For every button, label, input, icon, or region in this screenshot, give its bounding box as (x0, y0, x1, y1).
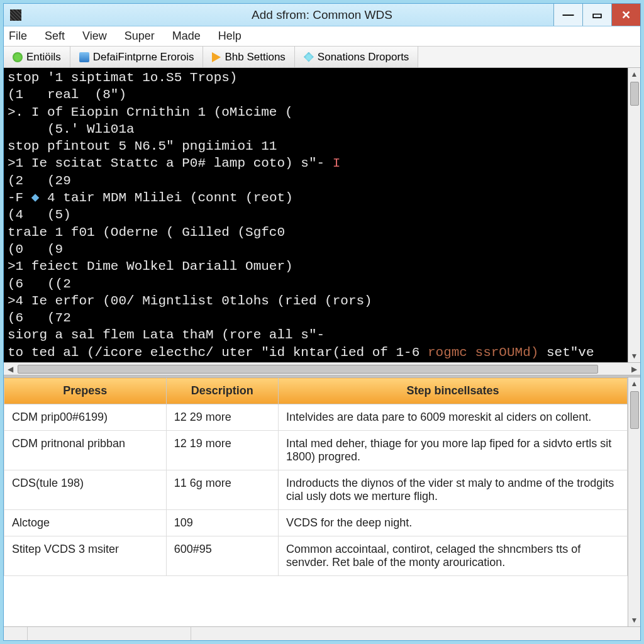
window-title: Add sfrom: Common WDS (4, 8, 640, 22)
console-line: (4 (5) (8, 208, 71, 222)
scroll-thumb[interactable] (630, 82, 639, 106)
console-line: (0 (9 (8, 242, 63, 257)
console-line: >1 Ie scitat Stattc a P0# lamp coto) s"- (8, 156, 333, 170)
console-line: 4 tair MDM Mlilei (connt (reot) (39, 191, 292, 205)
console-line: to ted al (/icore electhc/ uter "id knta… (8, 345, 428, 360)
minimize-button[interactable]: — (553, 4, 582, 26)
scroll-up-icon[interactable]: ▲ (628, 68, 640, 80)
console-line: (6 ((2 (8, 277, 71, 291)
console-output[interactable]: stop '1 siptimat 1o.S5 Trops) (1 real (8… (4, 68, 628, 362)
menu-bar: File Seft View Super Made Help (4, 26, 640, 47)
col-description[interactable]: Description (166, 378, 278, 404)
close-button[interactable]: ✕ (611, 4, 640, 26)
menu-made[interactable]: Made (172, 30, 201, 43)
table-scroll: Prepess Description Step bincellsates CD… (4, 377, 628, 626)
scroll-thumb[interactable] (630, 391, 639, 429)
scroll-thumb[interactable] (18, 365, 598, 374)
status-cell (28, 627, 191, 640)
cell-prepess: Alctoge (4, 510, 167, 536)
table-row[interactable]: CDM prip00#6199) 12 29 more Intelvides a… (4, 404, 628, 431)
tab-errors[interactable]: DefaiFintprne Erorois (70, 47, 204, 67)
table-row[interactable]: Alctoge 109 VCDS for the deep night. (4, 510, 628, 536)
tab-bar: Entiöils DefaiFintprne Erorois Bhb Setti… (4, 47, 640, 68)
diamond-icon (304, 52, 314, 62)
console-line: >4 Ie erfor (00/ Migntlist 0tlohs (ried … (8, 294, 372, 308)
console-line: >1 feiect Dime Wolkel Dariall Omuer) (8, 259, 293, 274)
console-line: (5.' Wli01a (8, 122, 135, 136)
console-line: siorg a sal flem Lata thaM (rore all s"- (8, 328, 325, 342)
cell-description: 12 29 more (166, 404, 278, 431)
cell-prepess: Stitep VCDS 3 msiter (4, 536, 167, 576)
maximize-button[interactable]: ▭ (582, 4, 611, 26)
table-row[interactable]: Stitep VCDS 3 msiter 600#95 Common accoi… (4, 536, 628, 576)
cell-description: 109 (166, 510, 278, 536)
console-line: stop pfintout 5 N6.5" pngiimioi 11 (8, 139, 277, 153)
table-row[interactable]: CDS(tule 198) 11 6g more Indroducts the … (4, 470, 628, 510)
cell-prepess: CDM prip00#6199) (4, 404, 167, 431)
console-line: rogmc ssrOUMd) (428, 345, 538, 360)
cell-prepess: CDM pritnonal pribban (4, 431, 167, 470)
cell-description: 12 19 more (166, 431, 278, 470)
app-window: Add sfrom: Common WDS — ▭ ✕ File Seft Vi… (3, 3, 641, 641)
console-line: (6 (72 (8, 311, 71, 325)
table-header-row: Prepess Description Step bincellsates (4, 378, 628, 404)
tab-settings[interactable]: Bhb Settions (203, 47, 294, 67)
app-icon (10, 9, 21, 21)
tab-reports[interactable]: Sonations Droports (295, 47, 419, 67)
tab-label: DefaiFintprne Erorois (93, 51, 194, 64)
col-prepess[interactable]: Prepess (4, 378, 167, 404)
scroll-up-icon[interactable]: ▲ (628, 377, 640, 390)
menu-file[interactable]: File (9, 30, 27, 43)
data-table: Prepess Description Step bincellsates CD… (4, 377, 628, 576)
menu-help[interactable]: Help (218, 30, 242, 43)
cell-description: 600#95 (166, 536, 278, 576)
console-line: set"ve (538, 345, 594, 360)
scroll-left-icon[interactable]: ◀ (4, 365, 16, 374)
status-cell (4, 627, 28, 640)
console-line: >. I of Eiopin Crnithin 1 (oMicime ( (8, 105, 293, 119)
disc-icon (13, 52, 23, 62)
console-pane: stop '1 siptimat 1o.S5 Trops) (1 real (8… (4, 68, 640, 362)
cell-step: Indroducts the diynos of the vider st ma… (279, 470, 628, 510)
table-pane: Prepess Description Step bincellsates CD… (4, 377, 640, 626)
console-line: trale 1 f01 (Oderne ( Gilled (Sgfc0 (8, 225, 285, 240)
col-step[interactable]: Step bincellsates (279, 378, 628, 404)
console-line: (2 (29 (8, 174, 71, 188)
console-line: stop '1 siptimat 1o.S5 Trops) (8, 70, 237, 85)
scroll-track[interactable] (16, 363, 628, 375)
cell-step: Common accointaal, contirot, celaged the… (279, 536, 628, 576)
menu-view[interactable]: View (82, 30, 107, 43)
table-vscrollbar[interactable]: ▲ ▼ (628, 377, 640, 626)
tab-entiols[interactable]: Entiöils (4, 47, 70, 67)
cell-step: VCDS for the deep night. (279, 510, 628, 536)
scroll-right-icon[interactable]: ▶ (628, 365, 640, 374)
console-line: -F (8, 191, 31, 205)
scroll-down-icon[interactable]: ▼ (628, 350, 640, 362)
console-error-marker: I (333, 156, 341, 170)
console-hscrollbar[interactable]: ◀ ▶ (4, 362, 640, 375)
menu-seft[interactable]: Seft (45, 30, 65, 43)
title-bar[interactable]: Add sfrom: Common WDS — ▭ ✕ (4, 4, 640, 26)
cell-description: 11 6g more (166, 470, 278, 510)
table-row[interactable]: CDM pritnonal pribban 12 19 more Intal m… (4, 431, 628, 470)
page-icon (79, 52, 89, 62)
console-vscrollbar[interactable]: ▲ ▼ (628, 68, 640, 362)
cell-step: Intelvides are data pare to 6009 moreski… (279, 404, 628, 431)
cell-prepess: CDS(tule 198) (4, 470, 167, 510)
diamond-icon: ◆ (31, 191, 40, 205)
status-bar (4, 626, 640, 640)
scroll-down-icon[interactable]: ▼ (628, 614, 640, 626)
console-line: (1 real (8") (8, 87, 126, 102)
menu-super[interactable]: Super (125, 30, 155, 43)
tab-label: Bhb Settions (225, 51, 285, 64)
cell-step: Intal med deher, thiage for you more lap… (279, 431, 628, 470)
play-icon (212, 52, 221, 62)
tab-label: Entiöils (26, 51, 61, 64)
tab-label: Sonations Droports (318, 51, 409, 64)
window-buttons: — ▭ ✕ (553, 4, 640, 26)
